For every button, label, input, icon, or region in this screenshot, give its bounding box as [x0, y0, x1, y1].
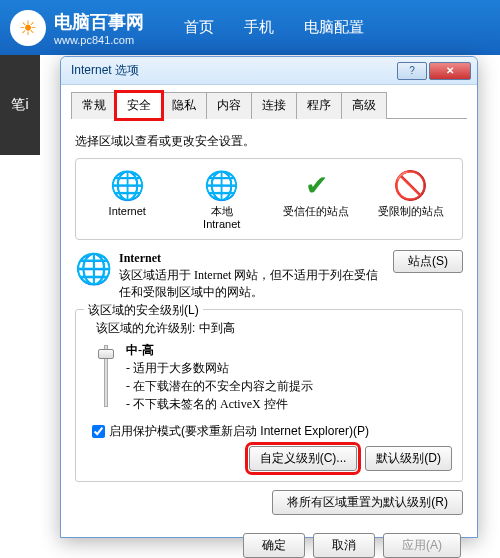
globe-icon: 🌐: [204, 167, 240, 203]
slider-thumb[interactable]: [98, 349, 114, 359]
tab-strip: 常规 安全 隐私 内容 连接 程序 高级: [71, 91, 467, 119]
close-button[interactable]: ✕: [429, 62, 471, 80]
site-logo: ☀ 电脑百事网 www.pc841.com: [10, 10, 144, 46]
tab-privacy[interactable]: 隐私: [161, 92, 207, 119]
zone-detail-desc: 该区域适用于 Internet 网站，但不适用于列在受信任和受限制区域中的网站。: [119, 267, 385, 301]
zone-intranet[interactable]: 🌐 本地 Intranet: [183, 167, 261, 231]
zone-label: Internet: [88, 205, 166, 218]
tab-advanced[interactable]: 高级: [341, 92, 387, 119]
custom-level-button[interactable]: 自定义级别(C)...: [249, 446, 358, 471]
check-icon: ✔: [298, 167, 334, 203]
ok-button[interactable]: 确定: [243, 533, 305, 558]
dialog-title: Internet 选项: [67, 62, 397, 79]
sites-button[interactable]: 站点(S): [393, 250, 463, 273]
protected-mode-label: 启用保护模式(要求重新启动 Internet Explorer)(P): [109, 423, 369, 440]
apply-button[interactable]: 应用(A): [383, 533, 461, 558]
cancel-button[interactable]: 取消: [313, 533, 375, 558]
reset-all-zones-button[interactable]: 将所有区域重置为默认级别(R): [272, 490, 463, 515]
default-level-button[interactable]: 默认级别(D): [365, 446, 452, 471]
site-url: www.pc841.com: [54, 34, 144, 46]
titlebar: Internet 选项 ? ✕: [61, 57, 477, 85]
zone-trusted[interactable]: ✔ 受信任的站点: [277, 167, 355, 231]
zone-internet[interactable]: 🌐 Internet: [88, 167, 166, 231]
tab-programs[interactable]: 程序: [296, 92, 342, 119]
help-button[interactable]: ?: [397, 62, 427, 80]
globe-icon: 🌐: [109, 167, 145, 203]
site-header: ☀ 电脑百事网 www.pc841.com 首页 手机 电脑配置: [0, 0, 500, 55]
zone-list: 🌐 Internet 🌐 本地 Intranet ✔ 受信任的站点 🚫 受限制的…: [75, 158, 463, 240]
internet-options-dialog: Internet 选项 ? ✕ 常规 安全 隐私 内容 连接 程序 高级 选择区…: [60, 56, 478, 538]
protected-mode-checkbox[interactable]: [92, 425, 105, 438]
zone-instruction: 选择区域以查看或更改安全设置。: [75, 133, 463, 150]
zone-label: 受限制的站点: [372, 205, 450, 218]
group-title: 该区域的安全级别(L): [84, 302, 203, 319]
dialog-footer: 确定 取消 应用(A): [61, 525, 477, 558]
zone-label: 受信任的站点: [277, 205, 355, 218]
level-description: 中-高 - 适用于大多数网站 - 在下载潜在的不安全内容之前提示 - 不下载未签…: [126, 341, 313, 413]
zone-detail-title: Internet: [119, 250, 385, 267]
forbid-icon: 🚫: [393, 167, 429, 203]
zone-detail: 🌐 Internet 该区域适用于 Internet 网站，但不适用于列在受信任…: [75, 250, 463, 300]
site-name: 电脑百事网: [54, 10, 144, 34]
site-nav: 首页 手机 电脑配置: [184, 18, 364, 37]
zone-label: 本地 Intranet: [183, 205, 261, 231]
level-bullet: - 不下载未签名的 ActiveX 控件: [126, 395, 313, 413]
level-name: 中-高: [126, 341, 313, 359]
nav-pc[interactable]: 电脑配置: [304, 18, 364, 37]
tab-content[interactable]: 内容: [206, 92, 252, 119]
nav-phone[interactable]: 手机: [244, 18, 274, 37]
globe-icon: 🌐: [75, 250, 111, 286]
tab-security[interactable]: 安全: [116, 92, 162, 119]
security-level-group: 该区域的安全级别(L) 该区域的允许级别: 中到高 中-高 - 适用于大多数网站…: [75, 309, 463, 482]
zone-restricted[interactable]: 🚫 受限制的站点: [372, 167, 450, 231]
protected-mode-row[interactable]: 启用保护模式(要求重新启动 Internet Explorer)(P): [92, 423, 452, 440]
level-bullet: - 在下载潜在的不安全内容之前提示: [126, 377, 313, 395]
tab-general[interactable]: 常规: [71, 92, 117, 119]
site-logo-icon: ☀: [10, 10, 46, 46]
allowed-level-label: 该区域的允许级别: 中到高: [96, 320, 452, 337]
bg-sidebar: 笔i: [0, 55, 40, 155]
tab-connections[interactable]: 连接: [251, 92, 297, 119]
security-slider[interactable]: [96, 341, 116, 411]
nav-home[interactable]: 首页: [184, 18, 214, 37]
level-bullet: - 适用于大多数网站: [126, 359, 313, 377]
